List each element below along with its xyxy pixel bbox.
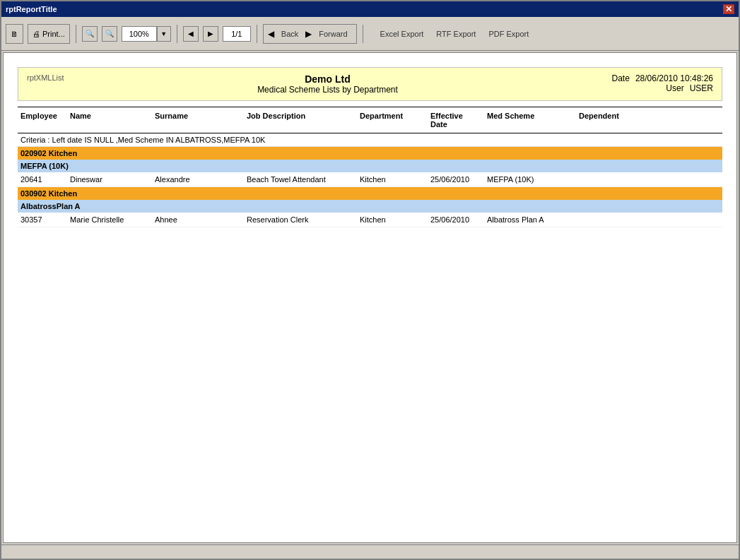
cell-employee-2: 30357 [18,214,67,225]
zoom-out-icon: 🔍 [86,30,94,37]
report-header: rptXMLList Demo Ltd Medical Scheme Lists… [18,67,722,101]
report-subtitle: Medical Scheme Lists by Department [83,85,572,95]
col-job-desc: Job Description [244,110,357,130]
scheme-label-1: MEFPA (10K) [20,162,69,170]
window-title: rptReportTitle [6,5,57,13]
pdf-export-button[interactable]: PDF Export [483,26,534,42]
group-2-id: 030902 [20,189,49,198]
cell-surname-2: Ahnee [152,214,244,225]
group-header-1: 020902 Kitchen [18,147,722,160]
group-2-name: Kitchen [49,189,77,198]
status-bar [1,544,739,559]
cell-scheme-1: MEFPA (10K) [484,174,576,185]
toolbar: 🗎 🖨 Print... 🔍 🔍 ▼ ◀ ▶ ◀ Back [1,17,739,51]
rtf-export-button[interactable]: RTF Export [430,26,481,42]
title-bar: rptReportTitle ✕ [1,1,739,17]
col-surname: Surname [152,110,244,130]
zoom-out-button[interactable]: 🔍 [82,26,98,42]
back-arrow-icon: ◀ [268,29,274,39]
group-1-name: Kitchen [49,149,77,157]
zoom-dropdown-button[interactable]: ▼ [157,26,171,42]
date-row: Date 28/06/2010 10:48:26 [572,73,713,83]
scheme-header-2: AlbatrossPlan A [18,200,722,213]
cell-dependent-2 [576,214,647,225]
scheme-header-1: MEFPA (10K) [18,160,722,172]
col-dependent: Dependent [576,110,647,130]
report-header-top: rptXMLList Demo Ltd Medical Scheme Lists… [27,73,713,95]
group-1-id: 020902 [20,149,49,157]
user-value: USER [690,83,713,93]
close-button[interactable]: ✕ [723,4,734,14]
table-row: 30357 Marie Christelle Ahnee Reservation… [18,213,722,227]
page-input[interactable] [223,26,251,42]
report-internal-name: rptXMLList [27,73,83,82]
cell-employee-1: 20641 [18,174,67,185]
back-button[interactable]: Back [277,26,303,42]
separator-3 [257,25,257,43]
print-label: Print... [42,30,65,38]
cell-surname-1: Alexandre [152,174,244,185]
criteria-row: Criteria : Left date IS NULL ,Med Scheme… [18,133,722,147]
cell-dependent-1 [576,174,647,185]
nav-group: ◀ Back ▶ Forward [263,24,357,44]
forward-button[interactable]: Forward [315,26,351,42]
col-name: Name [67,110,152,130]
zoom-input[interactable] [122,26,157,42]
excel-export-button[interactable]: Excel Export [375,26,430,42]
cell-name-2: Marie Christelle [67,214,152,225]
separator-2 [177,25,177,43]
forward-arrow-icon: ▶ [305,29,312,39]
scheme-label-2: AlbatrossPlan A [20,202,81,210]
cell-dept-2: Kitchen [357,214,428,225]
zoom-group: ▼ [122,26,171,42]
table-row: 20641 Dineswar Alexandre Beach Towel Att… [18,172,722,187]
printer-icon: 🖨 [33,30,40,38]
cell-scheme-2: Albatross Plan A [484,214,576,225]
user-label: User [666,83,683,93]
col-eff-date: EffectiveDate [428,110,484,130]
cell-job-2: Reservation Clerk [244,214,357,225]
report-container: rptXMLList Demo Ltd Medical Scheme Lists… [4,53,736,242]
cell-dept-1: Kitchen [357,174,428,185]
zoom-in-button[interactable]: 🔍 [102,26,117,42]
prev-page-button[interactable]: ◀ [183,26,199,42]
separator-4 [363,25,363,43]
cell-job-1: Beach Towel Attendant [244,174,357,185]
cell-date-1: 25/06/2010 [428,174,484,185]
report-title-center: Demo Ltd Medical Scheme Lists by Departm… [83,73,572,95]
col-employee: Employee [18,110,67,130]
report-meta-right: Date 28/06/2010 10:48:26 User USER [572,73,713,93]
report-company: Demo Ltd [83,73,572,85]
cell-date-2: 25/06/2010 [428,214,484,225]
file-icon-button[interactable]: 🗎 [6,24,23,44]
col-med-scheme: Med Scheme [484,110,576,130]
separator-1 [76,25,76,43]
date-label: Date [612,73,630,83]
column-headers: Employee Name Surname Job Description De… [18,107,722,133]
main-window: rptReportTitle ✕ 🗎 🖨 Print... 🔍 🔍 ▼ ◀ ▶ [0,0,740,560]
user-row: User USER [572,83,713,93]
zoom-in-icon: 🔍 [105,30,114,37]
cell-name-1: Dineswar [67,174,152,185]
file-icon: 🗎 [11,30,18,38]
print-button[interactable]: 🖨 Print... [28,24,70,44]
col-department: Department [357,110,428,130]
export-group: Excel Export RTF Export PDF Export [375,26,535,42]
date-value: 28/06/2010 10:48:26 [635,73,713,83]
group-header-2: 030902 Kitchen [18,187,722,200]
next-page-button[interactable]: ▶ [203,26,218,42]
content-area[interactable]: rptXMLList Demo Ltd Medical Scheme Lists… [3,52,737,543]
